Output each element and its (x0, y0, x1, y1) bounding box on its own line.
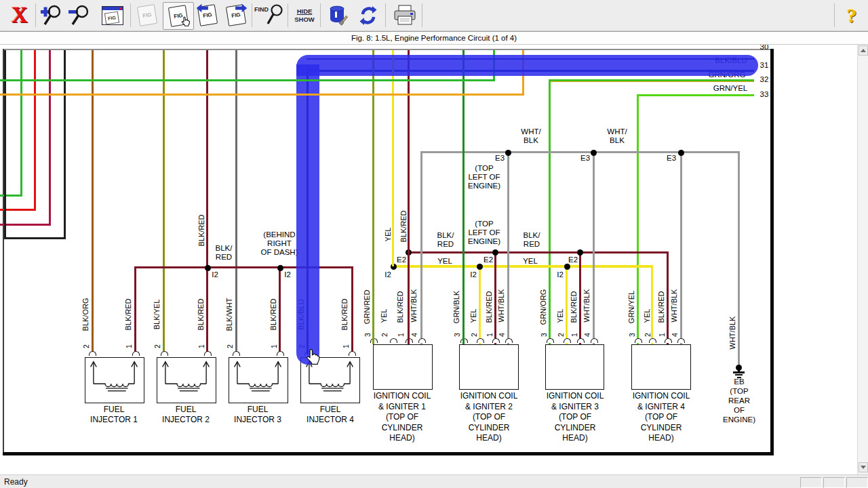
wire-left-green-h[interactable] (0, 195, 22, 197)
wire-whtblk-coil2-v[interactable] (507, 152, 509, 344)
label-i2-c2: I2 (470, 270, 477, 279)
pin-c1-1: 1 (397, 333, 405, 337)
rlabel-inj3-blkwht: BLK/WHT (225, 298, 233, 331)
wire-coil4-blkred-v[interactable] (667, 251, 669, 344)
figure-title-bar: Fig. 8: 1.5L, Engine Performance Circuit… (0, 31, 868, 45)
label-coil-bus-2: BLK/RED (524, 231, 540, 249)
eb-ground-bar-2 (735, 374, 743, 375)
wire-whtblk-coil4-v[interactable] (680, 152, 682, 344)
zoom-out-button[interactable] (66, 2, 93, 28)
wire-32-grnorg-v[interactable] (549, 79, 551, 344)
connector-pin-arc (132, 351, 140, 356)
wire-yel-feed-v[interactable] (392, 50, 394, 266)
rlabel-yel-feed: YEL (384, 228, 392, 242)
wire-whtblk-bus-h[interactable] (420, 151, 740, 153)
rlabel-c1-whtblk: WHT/BLK (410, 289, 418, 323)
zoom-in-button[interactable] (38, 2, 65, 28)
injector-coil-symbol (229, 358, 287, 402)
wire-32-grnorg-h[interactable] (549, 79, 754, 82)
coil-2-box[interactable] (459, 344, 519, 390)
label-whtblk-1: WHT/BLK (521, 127, 540, 145)
scroll-down-button[interactable] (859, 462, 868, 472)
wire-whtblk-coil3-v[interactable] (593, 152, 595, 344)
help-button[interactable]: ? (838, 2, 865, 28)
wire-inj-blkred-bus-h[interactable] (134, 266, 353, 268)
wire-num-33: 33 (760, 90, 769, 99)
wire-inj3-blkred-v[interactable] (279, 268, 281, 352)
coil-3-box[interactable] (545, 344, 604, 390)
frame-bottom (3, 452, 774, 455)
hand-cursor-icon (304, 348, 322, 366)
pin-c4-4: 4 (671, 333, 679, 337)
pin-inj1-1: 1 (125, 344, 133, 348)
previous-figure-button[interactable]: FIG (194, 2, 221, 28)
wire-left-black-edge-v[interactable] (4, 50, 6, 239)
wire-left-red-v[interactable] (34, 50, 36, 211)
wire-coil2-yel-v[interactable] (479, 266, 481, 344)
wire-left-maroon-v[interactable] (49, 50, 51, 226)
wire-whtblk-eb-v[interactable] (738, 151, 740, 365)
rlabel-coil-feed-blkred: BLK/RED (399, 210, 408, 242)
wire-left-black-h[interactable] (4, 237, 66, 239)
label-e2-1: E2 (397, 256, 406, 264)
vertical-scrollbar[interactable] (857, 45, 868, 474)
connector-pin-arc (277, 351, 284, 356)
highlight-band-horizontal[interactable] (296, 55, 758, 76)
next-figure-button[interactable]: FIG (222, 2, 250, 28)
connector-pin-arc (635, 338, 642, 343)
wire-coil3-yel-v[interactable] (566, 266, 568, 344)
frame-top (3, 49, 772, 50)
triangle-down-icon (861, 466, 866, 469)
figure-window-icon: FIG (102, 6, 123, 25)
connector-pin-arc (665, 338, 672, 343)
zoom-out-icon (68, 3, 91, 28)
close-button[interactable]: X (5, 2, 34, 28)
hide-show-button[interactable]: HIDE SHOW (290, 2, 319, 28)
wire-inj1-blkred-v[interactable] (134, 266, 136, 352)
toolbar-separator (35, 3, 36, 27)
rlabel-inj1-blkorg: BLK/ORG (81, 298, 90, 331)
wire-coil2-blkred-v[interactable] (494, 253, 496, 344)
close-icon: X (12, 4, 28, 26)
frame-right (770, 49, 774, 455)
wire-33-grnyel-h[interactable] (637, 94, 754, 96)
wire-coil-blkred-bus-h[interactable] (408, 251, 669, 253)
figure-window-button[interactable]: FIG (98, 2, 127, 28)
injector-3-box[interactable] (229, 357, 288, 403)
wire-left-black-v[interactable] (64, 50, 66, 239)
wire-33-grnyel-v[interactable] (637, 94, 639, 344)
coil-1-box[interactable] (373, 344, 433, 390)
highlighter-button[interactable] (323, 2, 353, 28)
connector-pin-arc (349, 351, 356, 356)
scroll-up-button[interactable] (859, 45, 868, 56)
print-button[interactable] (389, 2, 420, 28)
wire-coil3-blkred-v[interactable] (579, 253, 581, 344)
wire-inj4-blkred-v[interactable] (351, 266, 353, 352)
refresh-button[interactable] (354, 2, 382, 28)
wire-left-maroon-h[interactable] (0, 224, 51, 226)
eb-ground-bar-1 (733, 371, 745, 373)
printer-icon (392, 5, 418, 26)
find-magnifier-icon (264, 3, 284, 27)
connector-pin-arc (677, 338, 685, 343)
highlight-band-vertical[interactable] (296, 64, 319, 365)
find-button[interactable]: FIND (254, 2, 285, 28)
wire-org-top-h[interactable] (0, 94, 524, 96)
wire-num-31: 31 (760, 61, 769, 70)
wire-left-green-v[interactable] (20, 50, 22, 196)
pin-c1-4: 4 (410, 333, 418, 337)
wire-grn-top-h[interactable] (0, 79, 495, 81)
rlabel-c3-grnorg: GRN/ORG (539, 289, 547, 325)
rlabel-inj4-blkred: BLK/RED (340, 298, 349, 330)
toolbar-separator (130, 3, 131, 27)
label-i2-c3: I2 (557, 270, 564, 279)
label-coil-1: IGNITION COIL& IGNITER 1(TOP OFCYLINDERH… (374, 391, 431, 444)
figure-select-tool-button[interactable]: FIG (163, 2, 194, 30)
connector-pin-arc (505, 338, 513, 343)
connector-pin-arc (477, 338, 484, 343)
injector-1-box[interactable] (85, 357, 144, 403)
injector-2-box[interactable] (157, 357, 216, 403)
connector-pin-arc (204, 351, 212, 356)
coil-4-box[interactable] (631, 344, 691, 390)
wire-whtblk-coil1-v[interactable] (420, 151, 422, 344)
